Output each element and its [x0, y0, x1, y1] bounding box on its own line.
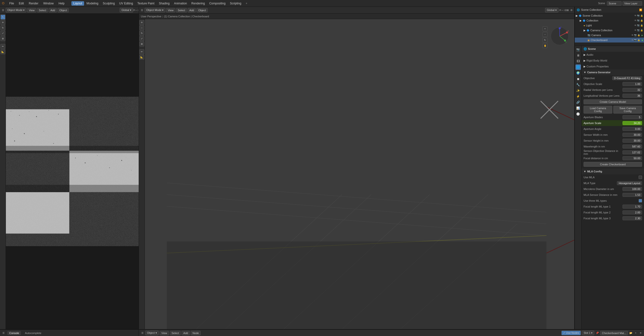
wavelength-value[interactable]: 587.60 [622, 144, 642, 148]
prop-icon-scene[interactable]: 🌐 [576, 64, 581, 70]
mla-sensor-dist-value[interactable]: 1.53 [622, 193, 642, 197]
node-object-dropdown[interactable]: Object ▾ [145, 331, 159, 335]
ws-rendering[interactable]: Rendering [190, 1, 207, 6]
prop-icon-particles[interactable]: ✨ [576, 88, 581, 93]
tool-annotate[interactable]: ✏ [0, 44, 5, 49]
save-camera-config-btn[interactable]: Save Camera Config [613, 106, 642, 114]
ws-modeling[interactable]: Modeling [84, 1, 100, 6]
nav-zoom-in[interactable]: + [542, 26, 548, 31]
tool-rotate-3d[interactable]: ↻ [140, 31, 144, 36]
add-btn-3d[interactable]: Add [188, 8, 196, 13]
radial-verts-value[interactable]: 32 [622, 88, 642, 92]
ws-layout[interactable]: Layout [72, 1, 84, 6]
outliner-scene-collection[interactable]: ▶ 🔷 Scene Collection 👁 📷 🔒 [575, 13, 644, 18]
node-pin-icon[interactable]: 📌 [595, 331, 599, 335]
prop-icon-physics[interactable]: ⚡ [576, 94, 581, 99]
scene-section-header[interactable]: 🌐 Scene [582, 46, 644, 52]
nav-zoom-out[interactable]: − [542, 32, 548, 37]
global-dropdown[interactable]: Global ▾ [120, 8, 133, 13]
view-layer-selector[interactable]: View Layer [622, 1, 642, 6]
menu-icon-3d[interactable]: ☰ [140, 8, 144, 12]
ws-scripting[interactable]: Scripting [228, 1, 243, 6]
tool-move-3d[interactable]: ↔ [140, 25, 144, 30]
checkerboard-mat-label[interactable]: Checkerboard Mat... [600, 331, 628, 335]
tool-move[interactable]: ✛ [0, 20, 5, 25]
ws-uv-editing[interactable]: UV Editing [117, 1, 135, 6]
select-btn-3d[interactable]: Select [176, 8, 187, 13]
slot-1-btn[interactable]: Slot 1 ▾ [582, 331, 594, 335]
audio-row[interactable]: ▶ Audio [582, 52, 644, 58]
node-select-btn[interactable]: Select [170, 331, 181, 335]
menu-help[interactable]: Help [56, 1, 66, 6]
ws-sculpting[interactable]: Sculpting [101, 1, 117, 6]
view-btn[interactable]: View [27, 8, 36, 13]
nav-pan[interactable]: ✋ [542, 43, 548, 48]
tool-annotate-3d[interactable]: ✏ [140, 49, 144, 54]
mla-config-header[interactable]: ▼ MLA Config [582, 169, 644, 174]
outliner-checkerboard[interactable]: ▣ Checkerboard 👁 📷 🔒 ◆ [575, 38, 644, 43]
prop-icon-object[interactable]: ◼ [576, 76, 581, 82]
load-camera-config-btn[interactable]: Load Camera Config [584, 106, 612, 114]
camera-gen-header[interactable]: ▼ Camera Generator [582, 69, 644, 75]
console-menu-icon[interactable]: ☰ [2, 331, 5, 335]
node-node-btn[interactable]: Node [191, 331, 200, 335]
tab-console[interactable]: Console [7, 331, 21, 335]
mla-type-value[interactable]: Hexagonal Layout [617, 181, 642, 185]
create-checkerboard-btn[interactable]: Create Checkerboard [584, 162, 642, 167]
prop-icon-render[interactable]: 📷 [576, 47, 581, 52]
prop-icon-output[interactable]: 🖥 [576, 53, 581, 58]
outliner-light[interactable]: ● Light 👁 📷 🔒 [575, 23, 644, 28]
global-dropdown-3d[interactable]: Global ▾ [545, 8, 558, 13]
ws-animation[interactable]: Animation [172, 1, 189, 6]
create-camera-model-btn[interactable]: Create Camera Model [584, 99, 642, 104]
viewport-options[interactable]: ⚙ [570, 8, 573, 12]
node-add-btn[interactable]: Add [182, 331, 190, 335]
node-new-icon[interactable]: + [634, 331, 638, 335]
ws-add[interactable]: + [244, 1, 249, 6]
outliner-camera[interactable]: 📷 Camera 👁 📷 🔒 ▶ [575, 33, 644, 38]
custom-props-row[interactable]: ▶ Custom Properties [582, 64, 644, 69]
scene-selector[interactable]: Scene [607, 1, 622, 6]
use-three-ml-toggle[interactable] [639, 199, 642, 203]
prop-icon-data[interactable]: 📊 [576, 105, 581, 111]
use-nodes-btn[interactable]: ✓ Use Nodes [561, 331, 581, 335]
tool-transform[interactable]: ⊞ [0, 36, 5, 41]
focal-dist-value[interactable]: 50.00 [622, 156, 642, 160]
ws-texture-paint[interactable]: Texture Paint [136, 1, 156, 6]
prop-icon-modifier[interactable]: 🔧 [576, 82, 581, 87]
microlens-dia-value[interactable]: 100.00 [622, 187, 642, 191]
add-btn-left[interactable]: Add [49, 8, 57, 13]
menu-icon[interactable]: ☰ [1, 8, 5, 12]
tool-scale[interactable]: ⤢ [0, 31, 5, 36]
tool-cursor[interactable]: ✛ [140, 20, 144, 25]
tool-select[interactable]: ↖ [0, 15, 5, 20]
node-browse-icon[interactable]: 📂 [629, 331, 633, 335]
tool-transform-3d[interactable]: ⊞ [140, 42, 144, 46]
outliner-filter[interactable]: 🔽 [639, 8, 642, 12]
object-mode-dropdown[interactable]: Object Mode ▾ [6, 8, 26, 13]
sensor-w-value[interactable]: 30.00 [622, 133, 642, 137]
obj-scale-value[interactable]: 1.00 [622, 82, 642, 86]
use-mla-toggle[interactable] [639, 176, 642, 179]
menu-render[interactable]: Render [27, 1, 40, 6]
tab-autocomplete[interactable]: Autocomplete [23, 331, 43, 335]
focal-ml3-value[interactable]: 2.30 [622, 216, 642, 220]
objective-value[interactable]: D-Gauss6 F2 43.6deg [612, 76, 642, 80]
node-menu-icon[interactable]: ☰ [140, 331, 144, 335]
menu-edit[interactable]: Edit [17, 1, 26, 6]
focal-ml1-value[interactable]: 1.70 [622, 205, 642, 209]
ap-blades-value[interactable]: 5 [622, 115, 642, 119]
sensor-h-value[interactable]: 30.00 [622, 139, 642, 143]
object-mode-dropdown-3d[interactable]: Object Mode ▾ [144, 8, 165, 13]
ap-angle-value[interactable]: 0.00 [622, 127, 642, 131]
outliner-camera-collection[interactable]: ▶ 🔷 Camera Collection 👁 📷 🔒 [575, 28, 644, 33]
ws-compositing[interactable]: Compositing [207, 1, 228, 6]
long-verts-value[interactable]: 36 [622, 94, 642, 98]
object-btn-left[interactable]: Object [58, 8, 69, 13]
node-close-icon[interactable]: ✕ [639, 331, 642, 335]
select-btn-left[interactable]: Select [37, 8, 48, 13]
outliner-collection[interactable]: ▶ 🔷 Collection 👁 📷 🔒 [575, 18, 644, 23]
viewport-3d[interactable]: X Y Z + − ↻ ✋ ✛ [139, 19, 574, 329]
menu-window[interactable]: Window [41, 1, 56, 6]
ws-shading[interactable]: Shading [157, 1, 172, 6]
